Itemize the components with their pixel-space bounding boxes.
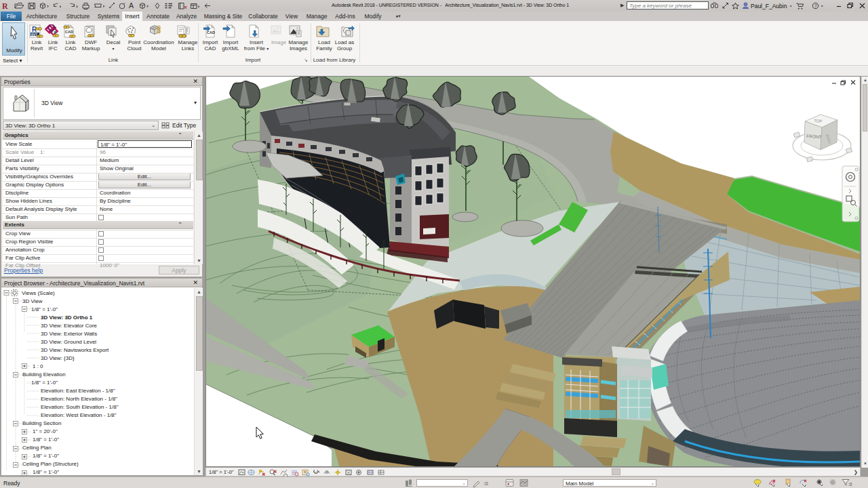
svg-text:TOP: TOP bbox=[814, 119, 823, 123]
svg-text:A: A bbox=[129, 1, 134, 9]
svg-text:RVT: RVT bbox=[31, 33, 37, 37]
svg-text:?: ? bbox=[814, 3, 817, 9]
svg-text:CAD: CAD bbox=[207, 30, 215, 35]
svg-text:Paul_F_Aubin: Paul_F_Aubin bbox=[751, 3, 787, 9]
svg-text:CAD: CAD bbox=[65, 30, 73, 34]
svg-text::0: :0 bbox=[848, 482, 852, 487]
svg-text::0: :0 bbox=[484, 481, 488, 487]
